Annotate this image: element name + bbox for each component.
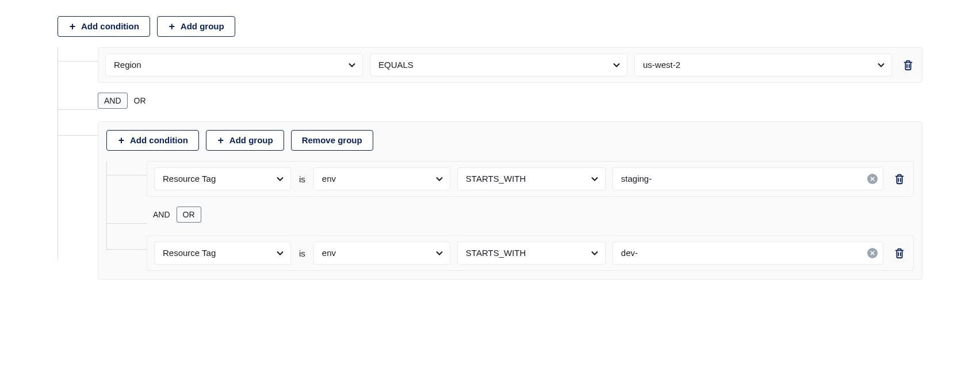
add-condition-button[interactable]: + Add condition xyxy=(106,130,199,151)
remove-group-button[interactable]: Remove group xyxy=(291,130,373,151)
connector-row: AND OR xyxy=(98,95,922,109)
chevron-down-icon xyxy=(876,60,886,70)
delete-condition-button[interactable] xyxy=(893,172,906,186)
add-condition-button[interactable]: + Add condition xyxy=(58,16,150,37)
plus-icon: + xyxy=(168,22,176,30)
operator-select[interactable]: STARTS_WITH xyxy=(457,167,606,190)
connector-and[interactable]: AND xyxy=(147,207,177,223)
chevron-down-icon xyxy=(275,249,285,258)
root-actions: + Add condition + Add group xyxy=(58,16,922,37)
add-condition-label: Add condition xyxy=(81,21,139,32)
value-input[interactable]: staging- xyxy=(612,167,883,190)
operator-select[interactable]: STARTS_WITH xyxy=(457,242,606,265)
plus-icon: + xyxy=(68,22,76,30)
field-select[interactable]: Resource Tag xyxy=(154,167,291,190)
connector-toggle: AND OR xyxy=(147,207,201,223)
keyword-is: is xyxy=(298,249,307,258)
field-select[interactable]: Resource Tag xyxy=(154,242,291,265)
condition-row: Resource Tag is env STARTS_WITH xyxy=(147,161,914,197)
delete-condition-button[interactable] xyxy=(901,58,915,72)
tag-key-value: env xyxy=(322,174,336,183)
value-text: us-west-2 xyxy=(643,60,680,70)
operator-value: EQUALS xyxy=(378,60,414,70)
value-input[interactable]: dev- xyxy=(612,242,883,265)
connector-toggle: AND OR xyxy=(98,93,152,109)
add-group-label: Add group xyxy=(181,21,224,32)
operator-value: STARTS_WITH xyxy=(466,248,526,258)
tag-key-select[interactable]: env xyxy=(313,167,450,190)
value-input-wrap: dev- xyxy=(612,242,883,265)
group-actions: + Add condition + Add group Remove group xyxy=(106,130,914,151)
add-group-button[interactable]: + Add group xyxy=(206,130,284,151)
add-group-button[interactable]: + Add group xyxy=(157,16,235,37)
connector-or[interactable]: OR xyxy=(128,93,152,109)
field-value: Resource Tag xyxy=(163,248,216,258)
condition-row: Resource Tag is env STARTS_WITH xyxy=(147,235,914,271)
field-select[interactable]: Region xyxy=(105,53,363,77)
add-condition-label: Add condition xyxy=(130,135,188,146)
condition-row: Region EQUALS us-west-2 xyxy=(98,47,922,83)
value-input-wrap: staging- xyxy=(612,167,883,190)
operator-value: STARTS_WITH xyxy=(466,174,526,183)
connector-row: AND OR xyxy=(147,209,914,223)
tag-key-select[interactable]: env xyxy=(313,242,450,265)
chevron-down-icon xyxy=(612,60,621,70)
field-value: Resource Tag xyxy=(163,174,216,183)
connector-or[interactable]: OR xyxy=(177,207,201,223)
clear-input-button[interactable] xyxy=(867,248,878,258)
group-row: + Add condition + Add group Remove group xyxy=(98,121,922,280)
plus-icon: + xyxy=(117,136,125,144)
remove-group-label: Remove group xyxy=(302,135,362,146)
chevron-down-icon xyxy=(590,174,599,183)
chevron-down-icon xyxy=(435,174,444,183)
connector-and[interactable]: AND xyxy=(98,93,128,109)
chevron-down-icon xyxy=(590,249,599,258)
chevron-down-icon xyxy=(347,60,357,70)
value-select[interactable]: us-west-2 xyxy=(634,53,892,77)
field-value: Region xyxy=(114,60,141,70)
chevron-down-icon xyxy=(435,249,444,258)
operator-select[interactable]: EQUALS xyxy=(370,53,627,77)
clear-input-button[interactable] xyxy=(867,174,878,184)
delete-condition-button[interactable] xyxy=(893,246,906,260)
add-group-label: Add group xyxy=(229,135,273,146)
chevron-down-icon xyxy=(275,174,285,183)
plus-icon: + xyxy=(217,136,225,144)
tag-key-value: env xyxy=(322,248,336,258)
keyword-is: is xyxy=(298,174,307,184)
